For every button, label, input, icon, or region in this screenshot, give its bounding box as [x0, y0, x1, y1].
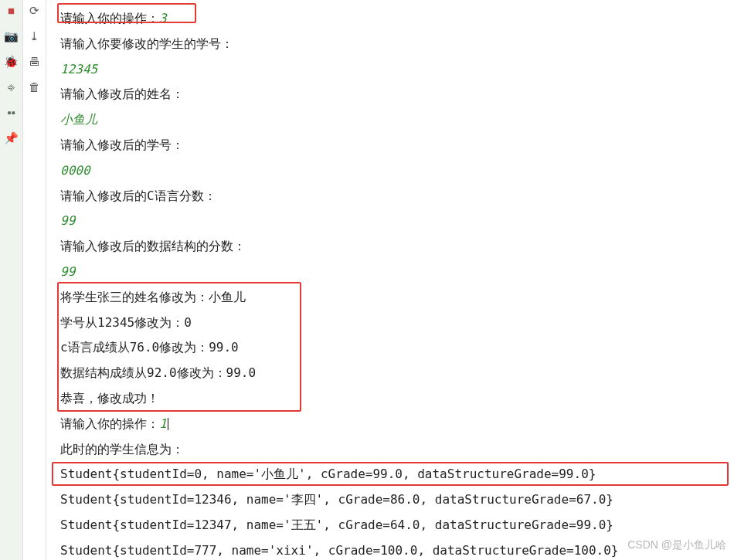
console-line: 请输入修改后的C语言分数：: [60, 184, 720, 209]
prompt-text: 请输入你的操作：: [60, 11, 159, 25]
user-input: 小鱼儿: [60, 107, 720, 133]
console-line: Student{studentId=0, name='小鱼儿', cGrade=…: [60, 462, 720, 487]
console-line: 请输入修改后的学号：: [60, 133, 720, 158]
sidebar-left: ■ 📷 🐞 ⎆ ▪▪ 📌: [0, 0, 23, 560]
user-input: 12345: [60, 57, 720, 83]
pin-icon[interactable]: 📌: [4, 132, 19, 144]
console-line: 请输入修改后的数据结构的分数：: [60, 234, 720, 260]
text-cursor: [168, 418, 168, 430]
console-line: Student{studentId=12346, name='李四', cGra…: [60, 487, 720, 513]
console-line: 请输入你的操作：3: [60, 6, 720, 32]
console-line: c语言成绩从76.0修改为：99.0: [60, 335, 720, 361]
console-line: 学号从12345修改为：0: [60, 311, 720, 336]
user-input: 99: [60, 209, 720, 234]
exit-icon[interactable]: ⎆: [8, 81, 15, 93]
user-input: 1: [159, 416, 167, 431]
bug-icon[interactable]: 🐞: [4, 56, 19, 67]
layout-icon[interactable]: ▪▪: [7, 107, 15, 118]
scroll-down-icon[interactable]: ⤓: [29, 30, 39, 42]
user-input: 0000: [60, 158, 720, 184]
console-output[interactable]: 请输入你的操作：3 请输入你要修改的学生的学号： 12345 请输入修改后的姓名…: [46, 0, 734, 560]
wrap-icon[interactable]: ⟳: [29, 5, 39, 16]
console-line: 请输入修改后的姓名：: [60, 82, 720, 107]
console-line: 恭喜，修改成功！: [60, 386, 720, 412]
sidebar-mid: ⟳ ⤓ 🖶 🗑: [23, 0, 46, 560]
print-icon[interactable]: 🖶: [29, 56, 40, 67]
user-input: 3: [159, 11, 167, 25]
prompt-text: 请输入你的操作：: [60, 416, 159, 431]
console-line: 数据结构成绩从92.0修改为：99.0: [60, 361, 720, 386]
console-line: Student{studentId=12347, name='王五', cGra…: [60, 513, 720, 538]
console-line: 此时的的学生信息为：: [60, 437, 720, 463]
stop-icon[interactable]: ■: [8, 5, 15, 16]
user-input: 99: [60, 260, 720, 285]
camera-icon[interactable]: 📷: [4, 30, 19, 42]
console-line: 请输入你的操作：1: [60, 412, 720, 437]
console-line: Student{studentId=777, name='xixi', cGra…: [60, 538, 720, 560]
trash-icon[interactable]: 🗑: [29, 81, 40, 93]
watermark-text: CSDN @是小鱼儿哈: [627, 534, 726, 556]
console-line: 将学生张三的姓名修改为：小鱼儿: [60, 285, 720, 311]
console-line: 请输入你要修改的学生的学号：: [60, 32, 720, 57]
